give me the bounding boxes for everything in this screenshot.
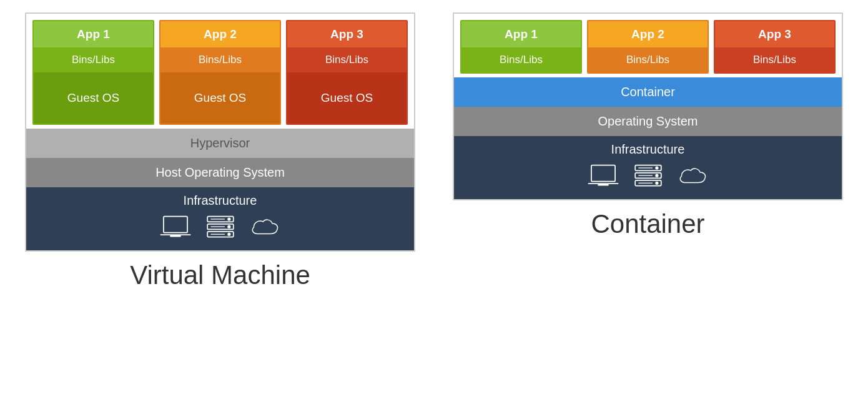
vm-apps-row: App 1 Bins/Libs Guest OS App 2 Bins/Libs…: [26, 14, 414, 125]
svg-point-20: [656, 182, 658, 184]
vm-hypervisor-layer: Hypervisor: [26, 129, 414, 158]
laptop-icon: [159, 214, 192, 240]
vm-app2-guestos: Guest OS: [160, 72, 280, 124]
vm-app3-guestos: Guest OS: [287, 72, 407, 124]
server-icon: [204, 214, 237, 240]
svg-point-19: [656, 174, 658, 176]
vm-app-stack-1: App 1 Bins/Libs Guest OS: [32, 20, 154, 125]
container-app-stack-3: App 3 Bins/Libs: [714, 20, 836, 74]
container-infra-label: Infrastructure: [611, 142, 685, 157]
svg-point-7: [228, 225, 230, 227]
vm-app1-bins: Bins/Libs: [34, 47, 153, 72]
svg-rect-2: [170, 235, 180, 237]
vm-infra-label: Infrastructure: [184, 194, 257, 208]
vm-app-stack-3: App 3 Bins/Libs Guest OS: [286, 20, 408, 125]
container-infra-layer: Infrastructure: [453, 136, 843, 200]
svg-point-6: [228, 218, 230, 220]
svg-rect-0: [163, 217, 187, 233]
svg-point-18: [656, 167, 658, 169]
container-app-stack-2: App 2 Bins/Libs: [587, 20, 709, 74]
server-icon-2: [632, 163, 664, 189]
vm-app3-bins: Bins/Libs: [287, 47, 407, 72]
cloud-icon: [249, 214, 282, 240]
container-app2-label: App 2: [588, 21, 708, 47]
container-title: Container: [591, 209, 704, 239]
container-apps-row: App 1 Bins/Libs App 2 Bins/Libs App 3 Bi…: [454, 14, 842, 74]
container-app1-label: App 1: [461, 21, 581, 47]
container-app-stack-1: App 1 Bins/Libs: [460, 20, 582, 74]
container-app3-bins: Bins/Libs: [715, 47, 834, 72]
vm-infra-layer: Infrastructure: [25, 187, 415, 252]
cloud-icon-2: [677, 163, 709, 189]
container-app1-bins: Bins/Libs: [461, 47, 581, 72]
vm-app2-bins: Bins/Libs: [160, 47, 280, 72]
vm-host-os-layer: Host Operating System: [25, 158, 415, 187]
vm-diagram: App 1 Bins/Libs Guest OS App 2 Bins/Libs…: [25, 12, 415, 290]
container-infra-icons: [587, 163, 709, 189]
vm-app1-label: App 1: [34, 21, 153, 47]
svg-point-8: [228, 233, 230, 235]
container-engine-layer: Container: [454, 77, 842, 107]
svg-rect-12: [591, 165, 614, 182]
container-app2-bins: Bins/Libs: [588, 47, 708, 72]
vm-app-stack-2: App 2 Bins/Libs Guest OS: [159, 20, 281, 125]
laptop-icon-2: [587, 163, 619, 189]
vm-app2-label: App 2: [160, 21, 280, 47]
svg-rect-14: [598, 184, 608, 185]
container-os-layer: Operating System: [453, 107, 843, 136]
vm-app1-guestos: Guest OS: [34, 72, 153, 124]
vm-app3-label: App 3: [287, 21, 407, 47]
vm-title: Virtual Machine: [130, 260, 310, 290]
container-diagram: App 1 Bins/Libs App 2 Bins/Libs App 3 Bi…: [453, 12, 843, 239]
container-app3-label: App 3: [715, 21, 834, 47]
vm-infra-icons: [159, 214, 282, 240]
